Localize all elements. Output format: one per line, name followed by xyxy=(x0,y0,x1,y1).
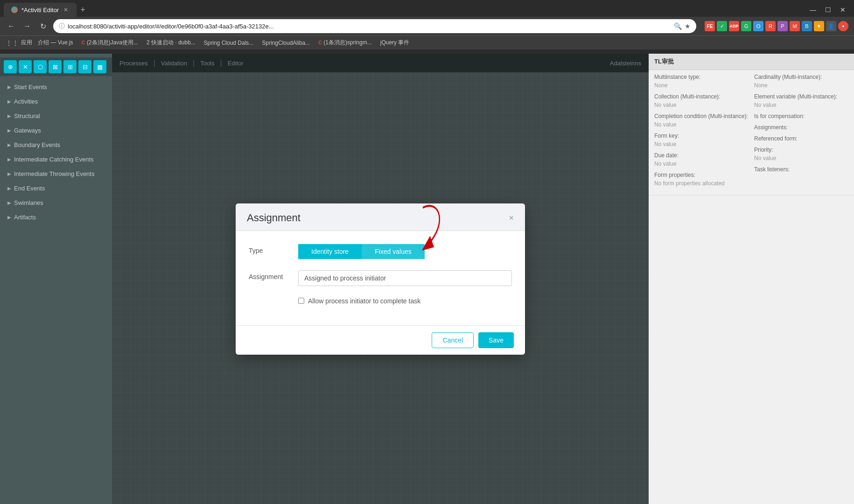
rp-label-completion: Completion condition (Multi-instance): xyxy=(654,113,749,119)
sidebar-item-artifacts[interactable]: ▶ Artifacts xyxy=(0,210,112,224)
ext-m-icon[interactable]: M xyxy=(790,21,800,31)
ext-p-icon[interactable]: P xyxy=(777,21,788,31)
ext-fe-icon[interactable]: FE xyxy=(705,21,715,31)
rp-label-formprops: Form properties: xyxy=(654,172,749,178)
rp-priority: Priority: No value xyxy=(754,147,848,161)
info-icon: ⓘ xyxy=(59,22,65,30)
ext-r-icon[interactable]: R xyxy=(765,21,776,31)
tool-btn-5[interactable]: ⊞ xyxy=(63,60,77,73)
sidebar-toolbar: ⊕ ✕ ⬡ ⊠ ⊞ ⊟ ▦ xyxy=(0,57,112,76)
assignment-label: Assignment xyxy=(249,270,291,280)
right-panel: TL审批 Multiinstance type: None Collection… xyxy=(649,54,854,504)
rp-val-formkey: No value xyxy=(654,141,749,147)
close-btn[interactable]: ✕ xyxy=(837,6,848,14)
sidebar-item-gateways[interactable]: ▶ Gateways xyxy=(0,123,112,138)
search-icon: 🔍 xyxy=(674,22,682,30)
maximize-btn[interactable]: ☐ xyxy=(822,6,833,14)
save-button[interactable]: Save xyxy=(478,332,514,348)
chevron-icon: ▶ xyxy=(7,200,11,205)
rp-element-var: Element variable (Multi-instance): No va… xyxy=(754,93,848,108)
allow-initiator-checkbox[interactable] xyxy=(298,298,304,304)
rp-col-left: Multiinstance type: None Collection (Mul… xyxy=(654,74,749,191)
ext-abp-icon[interactable]: ABP xyxy=(729,21,739,31)
rp-label-cardinality: Cardinality (Multi-instance): xyxy=(754,74,848,80)
type-btn-fixed-values[interactable]: Fixed values xyxy=(362,244,425,259)
rp-label-priority: Priority: xyxy=(754,147,848,153)
sidebar-item-activities[interactable]: ▶ Activities xyxy=(0,94,112,109)
rp-val-duedate: No value xyxy=(654,161,749,167)
rp-label-compensation: Is for compensation: xyxy=(754,113,848,119)
rp-cardinality: Cardinality (Multi-instance): None xyxy=(754,74,848,89)
main-content: ⊕ ✕ ⬡ ⊠ ⊞ ⊟ ▦ ▶ Start Events ▶ Activitie… xyxy=(0,54,854,504)
bookmark-springm[interactable]: C (1条消息)springm... xyxy=(315,38,375,48)
window-controls: — ☐ ✕ xyxy=(807,6,848,14)
type-btn-identity-store[interactable]: Identity store xyxy=(298,244,362,259)
bookmark-alibaba[interactable]: SpringCloudAliba... xyxy=(259,39,313,47)
tab-bar: *Activiti Editor ✕ + — ☐ ✕ xyxy=(0,0,854,17)
bookmark-apps-btn[interactable]: ⋮⋮ 应用 xyxy=(6,39,32,47)
assignment-input[interactable] xyxy=(298,270,512,286)
rp-label-duedate: Due date: xyxy=(654,152,749,159)
rp-refform: Referenced form: xyxy=(754,135,848,142)
sidebar-item-structural[interactable]: ▶ Structural xyxy=(0,109,112,123)
bookmark-jquery[interactable]: jQuery 事件 xyxy=(378,38,413,48)
browser-chrome: *Activiti Editor ✕ + — ☐ ✕ ← → ↻ ⓘ local… xyxy=(0,0,854,54)
dialog-title: Assignment xyxy=(247,212,301,224)
checkbox-row: Allow process initiator to complete task xyxy=(298,297,512,305)
bookmark-java[interactable]: C (2条消息)Java使用... xyxy=(79,38,141,48)
sidebar-item-intermediate-throwing[interactable]: ▶ Intermediate Throwing Events xyxy=(0,167,112,181)
rp-val-formprops: No form properties allocated xyxy=(654,180,749,187)
tab-close-btn[interactable]: ✕ xyxy=(63,6,69,14)
canvas-area[interactable]: Processes | Validation | Tools | Editor … xyxy=(112,54,649,504)
rp-formkey: Form key: No value xyxy=(654,133,749,147)
rp-row: Multiinstance type: None Collection (Mul… xyxy=(654,74,848,191)
ext-circle-icon[interactable]: ● xyxy=(838,21,848,31)
ext-o-icon[interactable]: O xyxy=(753,21,763,31)
tool-btn-2[interactable]: ✕ xyxy=(19,60,32,73)
tab-title: *Activiti Editor xyxy=(21,7,59,14)
tool-btn-3[interactable]: ⬡ xyxy=(34,60,47,73)
reload-btn[interactable]: ↻ xyxy=(37,22,49,31)
tool-btn-4[interactable]: ⊠ xyxy=(49,60,62,73)
back-btn[interactable]: ← xyxy=(6,22,17,30)
sidebar-item-swimlanes[interactable]: ▶ Swimlanes xyxy=(0,196,112,210)
bookmarks-bar: ⋮⋮ 应用 介绍 — Vue.js C (2条消息)Java使用... 2 快速… xyxy=(0,35,854,49)
ext-check-icon[interactable]: ✓ xyxy=(717,21,727,31)
tool-btn-6[interactable]: ⊟ xyxy=(78,60,91,73)
forward-btn[interactable]: → xyxy=(21,22,33,30)
type-label: Type xyxy=(249,244,291,254)
sidebar-item-start-events[interactable]: ▶ Start Events xyxy=(0,80,112,94)
ext-g-icon[interactable]: G xyxy=(741,21,751,31)
cancel-button[interactable]: Cancel xyxy=(432,332,474,348)
tool-btn-1[interactable]: ⊕ xyxy=(4,60,17,73)
modal-overlay: Assignment × Type Identity store Fixed v… xyxy=(112,54,649,504)
rp-label-collection: Collection (Multi-instance): xyxy=(654,93,749,100)
bookmark-spring[interactable]: Spring Cloud Dals... xyxy=(201,39,257,47)
sidebar-item-boundary-events[interactable]: ▶ Boundary Events xyxy=(0,138,112,152)
rp-formprops: Form properties: No form properties allo… xyxy=(654,172,749,187)
rp-val-priority: No value xyxy=(754,155,848,161)
bookmark-vuejs[interactable]: 介绍 — Vue.js xyxy=(35,38,76,48)
dialog-header: Assignment × xyxy=(236,203,525,231)
right-panel-header: TL审批 xyxy=(649,54,854,70)
rp-label-element-var: Element variable (Multi-instance): xyxy=(754,93,848,100)
bookmark-dubbo[interactable]: 2 快速启动 · dubb... xyxy=(144,38,198,48)
star-icon[interactable]: ★ xyxy=(685,22,691,30)
ext-y-icon[interactable]: ▼ xyxy=(814,21,824,31)
new-tab-btn[interactable]: + xyxy=(80,5,85,15)
chevron-icon: ▶ xyxy=(7,186,11,191)
tool-btn-7[interactable]: ▦ xyxy=(93,60,106,73)
active-tab[interactable]: *Activiti Editor ✕ xyxy=(4,3,77,17)
minimize-btn[interactable]: — xyxy=(807,6,819,14)
rp-label-multiinstance: Multiinstance type: xyxy=(654,74,749,80)
ext-b-icon[interactable]: B xyxy=(802,21,812,31)
rp-label-task-listeners: Task listeners: xyxy=(754,166,848,173)
sidebar-item-intermediate-catching[interactable]: ▶ Intermediate Catching Events xyxy=(0,152,112,167)
sidebar-item-end-events[interactable]: ▶ End Events xyxy=(0,181,112,196)
type-row: Type Identity store Fixed values xyxy=(249,244,512,259)
ext-user-icon[interactable]: 👤 xyxy=(826,21,836,31)
rp-val-collection: No value xyxy=(654,102,749,108)
address-box[interactable]: ⓘ localhost:8080/activiti-app/editor/#/e… xyxy=(53,19,696,33)
dialog-close-btn[interactable]: × xyxy=(509,214,514,222)
assignment-row: Assignment xyxy=(249,270,512,286)
